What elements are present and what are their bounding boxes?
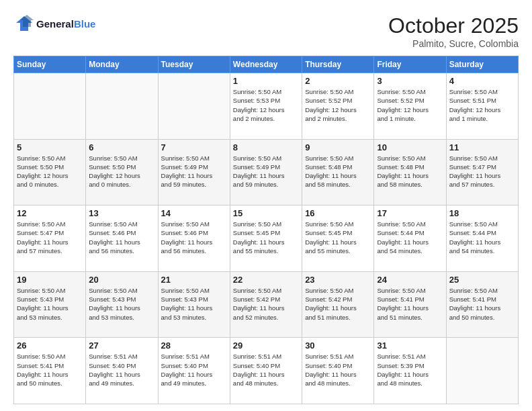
calendar-cell: 19Sunrise: 5:50 AMSunset: 5:43 PMDayligh…	[14, 271, 86, 338]
day-number: 17	[377, 208, 443, 218]
calendar-cell	[14, 73, 86, 140]
calendar-cell: 14Sunrise: 5:50 AMSunset: 5:46 PMDayligh…	[158, 205, 230, 272]
day-number: 31	[377, 340, 443, 351]
calendar-cell	[86, 73, 158, 140]
day-number: 4	[449, 76, 515, 86]
week-row-2: 5Sunrise: 5:50 AMSunset: 5:50 PMDaylight…	[14, 139, 519, 205]
day-number: 12	[17, 208, 83, 218]
day-number: 16	[305, 208, 371, 218]
header: GeneralBlue October 2025 Palmito, Sucre,…	[13, 13, 519, 49]
day-info: Sunrise: 5:50 AMSunset: 5:46 PMDaylight:…	[89, 220, 154, 255]
day-info: Sunrise: 5:51 AMSunset: 5:40 PMDaylight:…	[233, 352, 299, 387]
day-number: 10	[377, 142, 443, 152]
calendar-cell: 6Sunrise: 5:50 AMSunset: 5:50 PMDaylight…	[86, 139, 158, 205]
page: GeneralBlue October 2025 Palmito, Sucre,…	[0, 0, 532, 411]
day-number: 9	[305, 142, 371, 152]
day-info: Sunrise: 5:50 AMSunset: 5:41 PMDaylight:…	[17, 352, 83, 387]
week-row-5: 26Sunrise: 5:50 AMSunset: 5:41 PMDayligh…	[14, 338, 519, 404]
day-number: 6	[89, 142, 154, 152]
day-info: Sunrise: 5:50 AMSunset: 5:50 PMDaylight:…	[89, 154, 154, 189]
weekday-tuesday: Tuesday	[158, 56, 230, 73]
day-number: 29	[233, 340, 299, 351]
calendar-cell: 17Sunrise: 5:50 AMSunset: 5:44 PMDayligh…	[374, 205, 446, 272]
day-number: 19	[17, 275, 83, 285]
day-number: 20	[89, 275, 154, 285]
weekday-thursday: Thursday	[302, 56, 374, 73]
calendar-cell: 11Sunrise: 5:50 AMSunset: 5:47 PMDayligh…	[446, 139, 518, 205]
day-number: 7	[161, 142, 227, 152]
calendar-cell: 26Sunrise: 5:50 AMSunset: 5:41 PMDayligh…	[14, 338, 86, 404]
calendar-cell: 30Sunrise: 5:51 AMSunset: 5:40 PMDayligh…	[302, 338, 374, 404]
week-row-4: 19Sunrise: 5:50 AMSunset: 5:43 PMDayligh…	[14, 271, 519, 338]
day-info: Sunrise: 5:50 AMSunset: 5:43 PMDaylight:…	[17, 286, 83, 322]
calendar-cell: 3Sunrise: 5:50 AMSunset: 5:52 PMDaylight…	[374, 73, 446, 140]
day-number: 24	[377, 275, 443, 285]
day-info: Sunrise: 5:50 AMSunset: 5:41 PMDaylight:…	[449, 286, 515, 322]
day-number: 15	[233, 208, 299, 218]
weekday-sunday: Sunday	[14, 56, 86, 73]
location: Palmito, Sucre, Colombia	[388, 38, 519, 49]
day-number: 1	[233, 76, 299, 86]
week-row-1: 1Sunrise: 5:50 AMSunset: 5:53 PMDaylight…	[14, 73, 519, 140]
month-title: October 2025	[388, 13, 519, 38]
weekday-friday: Friday	[374, 56, 446, 73]
calendar-cell: 29Sunrise: 5:51 AMSunset: 5:40 PMDayligh…	[230, 338, 302, 404]
calendar-cell: 5Sunrise: 5:50 AMSunset: 5:50 PMDaylight…	[14, 139, 86, 205]
calendar-cell: 1Sunrise: 5:50 AMSunset: 5:53 PMDaylight…	[230, 73, 302, 140]
day-number: 23	[305, 275, 371, 285]
calendar-cell: 10Sunrise: 5:50 AMSunset: 5:48 PMDayligh…	[374, 139, 446, 205]
calendar-cell	[158, 73, 230, 140]
day-number: 13	[89, 208, 154, 218]
day-number: 27	[89, 340, 154, 351]
calendar-cell: 23Sunrise: 5:50 AMSunset: 5:42 PMDayligh…	[302, 271, 374, 338]
day-info: Sunrise: 5:50 AMSunset: 5:47 PMDaylight:…	[449, 154, 515, 189]
day-number: 25	[449, 275, 515, 285]
calendar-cell: 16Sunrise: 5:50 AMSunset: 5:45 PMDayligh…	[302, 205, 374, 272]
calendar-cell: 2Sunrise: 5:50 AMSunset: 5:52 PMDaylight…	[302, 73, 374, 140]
day-number: 28	[161, 340, 227, 351]
calendar-cell: 12Sunrise: 5:50 AMSunset: 5:47 PMDayligh…	[14, 205, 86, 272]
day-info: Sunrise: 5:50 AMSunset: 5:44 PMDaylight:…	[377, 220, 443, 255]
day-info: Sunrise: 5:51 AMSunset: 5:39 PMDaylight:…	[377, 352, 443, 387]
title-block: October 2025 Palmito, Sucre, Colombia	[388, 13, 519, 49]
logo-text: GeneralBlue	[36, 18, 95, 30]
day-number: 18	[449, 208, 515, 218]
calendar-cell: 24Sunrise: 5:50 AMSunset: 5:41 PMDayligh…	[374, 271, 446, 338]
calendar-cell: 7Sunrise: 5:50 AMSunset: 5:49 PMDaylight…	[158, 139, 230, 205]
calendar-cell: 27Sunrise: 5:51 AMSunset: 5:40 PMDayligh…	[86, 338, 158, 404]
calendar-cell: 21Sunrise: 5:50 AMSunset: 5:43 PMDayligh…	[158, 271, 230, 338]
calendar-cell	[446, 338, 518, 404]
day-info: Sunrise: 5:50 AMSunset: 5:52 PMDaylight:…	[377, 87, 443, 123]
day-info: Sunrise: 5:51 AMSunset: 5:40 PMDaylight:…	[89, 352, 154, 387]
day-info: Sunrise: 5:50 AMSunset: 5:51 PMDaylight:…	[449, 87, 515, 123]
weekday-wednesday: Wednesday	[230, 56, 302, 73]
day-info: Sunrise: 5:50 AMSunset: 5:42 PMDaylight:…	[305, 286, 371, 322]
day-number: 3	[377, 76, 443, 86]
week-row-3: 12Sunrise: 5:50 AMSunset: 5:47 PMDayligh…	[14, 205, 519, 272]
day-number: 11	[449, 142, 515, 152]
day-info: Sunrise: 5:50 AMSunset: 5:45 PMDaylight:…	[233, 220, 299, 255]
day-info: Sunrise: 5:51 AMSunset: 5:40 PMDaylight:…	[161, 352, 227, 387]
day-number: 14	[161, 208, 227, 218]
day-info: Sunrise: 5:51 AMSunset: 5:40 PMDaylight:…	[305, 352, 371, 387]
calendar-cell: 22Sunrise: 5:50 AMSunset: 5:42 PMDayligh…	[230, 271, 302, 338]
day-info: Sunrise: 5:50 AMSunset: 5:45 PMDaylight:…	[305, 220, 371, 255]
day-info: Sunrise: 5:50 AMSunset: 5:49 PMDaylight:…	[233, 154, 299, 189]
calendar-cell: 13Sunrise: 5:50 AMSunset: 5:46 PMDayligh…	[86, 205, 158, 272]
calendar-cell: 20Sunrise: 5:50 AMSunset: 5:43 PMDayligh…	[86, 271, 158, 338]
day-info: Sunrise: 5:50 AMSunset: 5:50 PMDaylight:…	[17, 154, 83, 189]
calendar-cell: 8Sunrise: 5:50 AMSunset: 5:49 PMDaylight…	[230, 139, 302, 205]
logo-icon	[13, 13, 34, 34]
calendar-cell: 28Sunrise: 5:51 AMSunset: 5:40 PMDayligh…	[158, 338, 230, 404]
day-number: 5	[17, 142, 83, 152]
logo: GeneralBlue	[13, 13, 95, 34]
day-info: Sunrise: 5:50 AMSunset: 5:48 PMDaylight:…	[377, 154, 443, 189]
calendar-cell: 4Sunrise: 5:50 AMSunset: 5:51 PMDaylight…	[446, 73, 518, 140]
day-info: Sunrise: 5:50 AMSunset: 5:52 PMDaylight:…	[305, 87, 371, 123]
calendar-cell: 9Sunrise: 5:50 AMSunset: 5:48 PMDaylight…	[302, 139, 374, 205]
day-number: 26	[17, 340, 83, 351]
day-number: 21	[161, 275, 227, 285]
day-info: Sunrise: 5:50 AMSunset: 5:53 PMDaylight:…	[233, 87, 299, 123]
day-info: Sunrise: 5:50 AMSunset: 5:43 PMDaylight:…	[161, 286, 227, 322]
day-number: 8	[233, 142, 299, 152]
